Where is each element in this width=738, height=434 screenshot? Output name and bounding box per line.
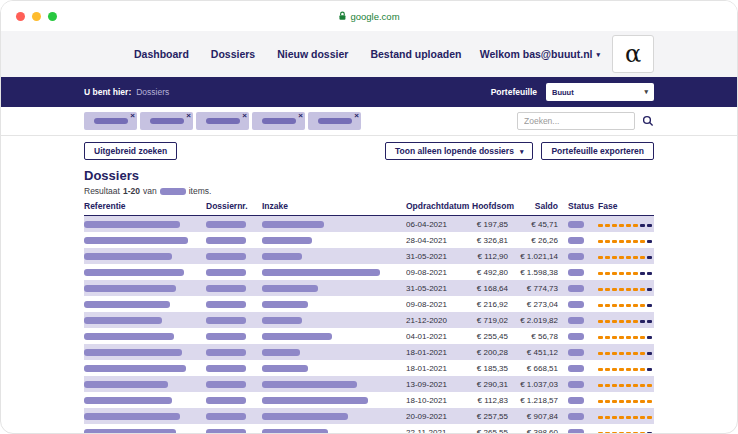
- dossier-row[interactable]: 13-09-2021€ 290,31€ 1.037,03: [84, 376, 654, 392]
- saldo-cell: € 1.598,38: [518, 264, 568, 280]
- logo[interactable]: α: [612, 35, 654, 73]
- dossier-row[interactable]: 20-09-2021€ 257,55€ 907,84: [84, 408, 654, 424]
- url-text: google.com: [350, 11, 399, 22]
- saldo-cell: € 1.218,57: [518, 392, 568, 408]
- window-controls: [16, 12, 57, 21]
- user-menu[interactable]: Welkom bas@buuut.nl ▾: [480, 48, 600, 60]
- status-redacted: [568, 301, 584, 308]
- column-header-hoofdsom[interactable]: Hoofdsom: [472, 199, 518, 216]
- dossier-row[interactable]: 21-12-2020€ 719,02€ 2.019,82: [84, 312, 654, 328]
- advanced-search-button[interactable]: Uitgebreid zoeken: [84, 142, 177, 160]
- dossier-row[interactable]: 18-10-2021€ 112,83€ 1.218,57: [84, 392, 654, 408]
- chevron-down-icon: ▾: [644, 88, 648, 96]
- column-header-dossiernr[interactable]: Dossiernr.: [206, 199, 262, 216]
- dossier-tab[interactable]: ×: [196, 112, 249, 130]
- saldo-cell: € 56,78: [518, 328, 568, 344]
- referentie-redacted: [84, 381, 168, 388]
- referentie-redacted: [84, 333, 174, 340]
- dossier-row[interactable]: 28-04-2021€ 326,81€ 26,26: [84, 232, 654, 248]
- column-header-saldo[interactable]: Saldo: [518, 199, 568, 216]
- tab-close-icon[interactable]: ×: [242, 111, 247, 121]
- column-header-fase[interactable]: Fase: [598, 199, 654, 216]
- dossier-row[interactable]: 31-05-2021€ 168,64€ 774,73: [84, 280, 654, 296]
- portfolio-label: Portefeuille: [491, 87, 537, 97]
- inzake-redacted: [262, 269, 380, 276]
- dossier-tab[interactable]: ×: [84, 112, 137, 130]
- content-area: Dossiers Resultaat 1-20 van items. Refer…: [84, 168, 654, 434]
- hoofdsom-cell: € 290,31: [472, 376, 518, 392]
- dossiernr-redacted: [206, 365, 246, 372]
- portfolio-select[interactable]: Buuut ▾: [546, 83, 654, 101]
- status-redacted: [568, 397, 584, 404]
- dossier-row[interactable]: 18-01-2021€ 200,28€ 451,12: [84, 344, 654, 360]
- dossiernr-redacted: [206, 397, 246, 404]
- nav-item-dossiers[interactable]: Dossiers: [211, 48, 255, 60]
- hoofdsom-cell: € 216,92: [472, 296, 518, 312]
- fase-progress-bar: [598, 368, 652, 371]
- tab-close-icon[interactable]: ×: [186, 111, 191, 121]
- dossier-row[interactable]: 09-08-2021€ 216,92€ 273,04: [84, 296, 654, 312]
- dossier-row[interactable]: 06-04-2021€ 197,85€ 45,71: [84, 216, 654, 233]
- dossier-tab[interactable]: ×: [252, 112, 305, 130]
- dossiernr-redacted: [206, 413, 246, 420]
- fase-progress-bar: [598, 224, 652, 227]
- browser-chrome: google.com: [1, 1, 737, 31]
- referentie-redacted: [84, 285, 176, 292]
- column-header-inzake[interactable]: Inzake: [262, 199, 406, 216]
- opdrachtdatum-cell: 06-04-2021: [406, 216, 472, 233]
- table-body: 06-04-2021€ 197,85€ 45,7128-04-2021€ 326…: [84, 216, 654, 434]
- nav-item-dashboard[interactable]: Dashboard: [134, 48, 189, 60]
- column-header-status[interactable]: Status: [568, 199, 598, 216]
- search-icon[interactable]: [642, 115, 654, 127]
- dossiernr-redacted: [206, 333, 246, 340]
- hoofdsom-cell: € 257,55: [472, 408, 518, 424]
- dossier-row[interactable]: 09-08-2021€ 492,80€ 1.598,38: [84, 264, 654, 280]
- chevron-down-icon: ▾: [520, 148, 524, 155]
- dossier-tab[interactable]: ×: [308, 112, 361, 130]
- window-close-button[interactable]: [16, 12, 25, 21]
- opdrachtdatum-cell: 31-05-2021: [406, 280, 472, 296]
- nav-item-nieuw-dossier[interactable]: Nieuw dossier: [277, 48, 348, 60]
- hoofdsom-cell: € 197,85: [472, 216, 518, 233]
- dossier-row[interactable]: 22-11-2021€ 265,55€ 398,60: [84, 424, 654, 434]
- window-minimize-button[interactable]: [32, 12, 41, 21]
- inzake-redacted: [262, 237, 312, 244]
- tab-close-icon[interactable]: ×: [130, 111, 135, 121]
- saldo-cell: € 2.019,82: [518, 312, 568, 328]
- dossier-row[interactable]: 04-01-2021€ 255,45€ 56,78: [84, 328, 654, 344]
- hoofdsom-cell: € 168,64: [472, 280, 518, 296]
- portfolio-group: Portefeuille Buuut ▾: [491, 83, 654, 101]
- saldo-cell: € 26,26: [518, 232, 568, 248]
- dossiernr-redacted: [206, 269, 246, 276]
- column-header-opdrachtdatum[interactable]: Opdrachtdatum: [406, 199, 472, 216]
- window-zoom-button[interactable]: [48, 12, 57, 21]
- address-bar[interactable]: google.com: [338, 11, 399, 22]
- top-nav: DashboardDossiersNieuw dossierBestand up…: [1, 31, 737, 77]
- saldo-cell: € 907,84: [518, 408, 568, 424]
- nav-item-bestand-uploaden[interactable]: Bestand uploaden: [370, 48, 461, 60]
- dossiernr-redacted: [206, 221, 246, 228]
- breadcrumb-current[interactable]: Dossiers: [136, 87, 169, 97]
- tab-label-redacted: [206, 118, 240, 124]
- saldo-cell: € 451,12: [518, 344, 568, 360]
- hoofdsom-cell: € 492,80: [472, 264, 518, 280]
- status-redacted: [568, 317, 584, 324]
- column-header-referentie[interactable]: Referentie: [84, 199, 206, 216]
- opdrachtdatum-cell: 18-10-2021: [406, 392, 472, 408]
- filter-dropdown-button[interactable]: Toon alleen lopende dossiers ▾: [385, 142, 533, 160]
- page-title: Dossiers: [84, 168, 654, 183]
- inzake-redacted: [262, 253, 302, 260]
- dossier-row[interactable]: 31-05-2021€ 112,90€ 1.021,14: [84, 248, 654, 264]
- dossier-tab[interactable]: ×: [140, 112, 193, 130]
- tab-label-redacted: [262, 118, 296, 124]
- opdrachtdatum-cell: 22-11-2021: [406, 424, 472, 434]
- welcome-label: Welkom bas@buuut.nl: [480, 48, 593, 60]
- tab-close-icon[interactable]: ×: [354, 111, 359, 121]
- export-button[interactable]: Portefeuille exporteren: [541, 142, 654, 160]
- dossier-row[interactable]: 18-01-2021€ 185,35€ 668,51: [84, 360, 654, 376]
- tab-close-icon[interactable]: ×: [298, 111, 303, 121]
- opdrachtdatum-cell: 28-04-2021: [406, 232, 472, 248]
- opdrachtdatum-cell: 13-09-2021: [406, 376, 472, 392]
- search-input[interactable]: [517, 112, 635, 130]
- inzake-redacted: [262, 333, 332, 340]
